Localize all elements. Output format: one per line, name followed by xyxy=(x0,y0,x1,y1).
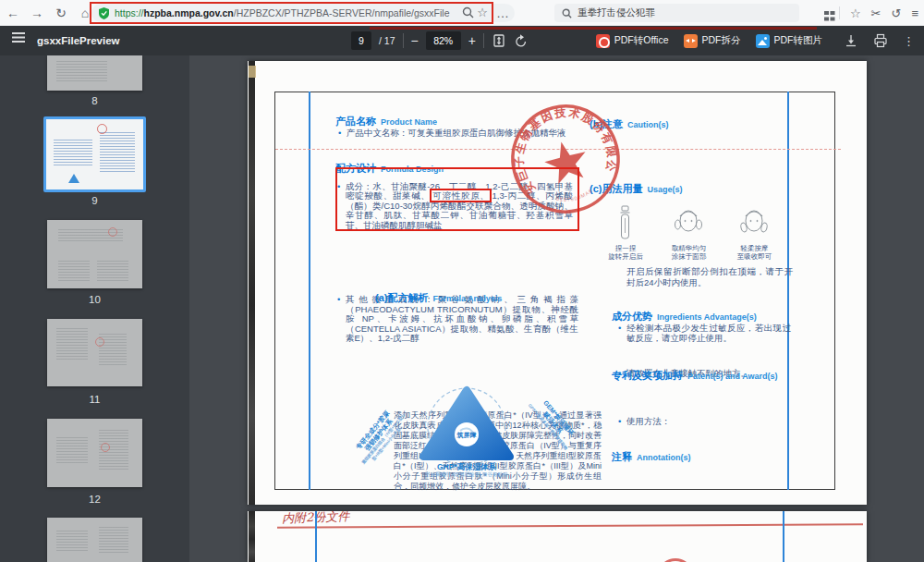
thumbnail-triangle-logo xyxy=(68,174,79,183)
pdf-split-icon xyxy=(684,34,698,48)
usage-step2-caption: 取精华均匀涂抹于面部 xyxy=(663,244,714,261)
undo-history-icon[interactable]: ↺ xyxy=(892,6,902,20)
back-icon[interactable]: ← xyxy=(4,0,22,26)
reload-icon[interactable]: ↻ xyxy=(52,0,70,26)
svg-text:西安巨子生物基因技术股份有限公司: 西安巨子生物基因技术股份有限公司 xyxy=(496,90,624,203)
scan-edge-artifact xyxy=(249,511,255,562)
fold-line-left xyxy=(315,511,317,562)
page-total: / 17 xyxy=(379,35,395,46)
fold-line-right xyxy=(787,92,789,490)
secure-shield-icon xyxy=(99,7,109,19)
thumbnail-label-8: 8 xyxy=(0,95,189,106)
face-apply-illustration xyxy=(675,205,702,240)
toolbar-divider xyxy=(483,33,484,48)
pdf-to-office-button[interactable]: PDF转Office xyxy=(596,34,669,48)
advantage-header-cn: 成分优势 xyxy=(612,311,652,322)
zoom-in-button[interactable]: + xyxy=(468,33,476,48)
fold-line-left xyxy=(309,92,310,490)
url-text[interactable]: https://hzpba.nmpa.gov.cn/HZPBZCX/PTHZPB… xyxy=(115,7,450,18)
product-name-header-cn: 产品名称 xyxy=(335,116,376,127)
zoom-level[interactable]: 82% xyxy=(426,31,461,50)
scan-corner-mark xyxy=(249,66,256,78)
viewer-title: gsxxFilePreview xyxy=(37,35,120,46)
section-product-name: 产品名称Product Name xyxy=(335,112,437,128)
red-pen-line xyxy=(277,523,863,528)
annotation-header-en: Annotation(s) xyxy=(637,453,691,462)
address-bar[interactable]: https://hzpba.nmpa.gov.cn/HZPBZCX/PTHZPB… xyxy=(91,4,515,22)
section-formula-analysis: (a)配方解析Formula Analysis xyxy=(375,288,502,305)
thumbnail-page-11[interactable] xyxy=(47,319,142,386)
apps-grid-icon[interactable] xyxy=(824,11,829,16)
rotate-page-icon[interactable] xyxy=(514,33,529,48)
section-patents: 专利及奖项加持Patent(s) and Award(s) xyxy=(612,366,778,383)
section-formula-design: 配方设计Formula Design xyxy=(335,159,444,176)
screen: 8 9 10 11 12 产品名称Produ xyxy=(0,0,924,562)
usage-header-en: Usage(s) xyxy=(647,185,682,194)
red-line-annotation xyxy=(370,27,817,30)
thumbnail-label-12: 12 xyxy=(0,494,189,505)
pdf-page-9: 产品名称Product Name 产品中文名称：可复美重组胶原蛋白肌御修护次抛精… xyxy=(248,61,867,505)
triangle-bottom-sub: 甘油葡糖苷+透明质酸钠+聚谷氨酸钠 xyxy=(383,472,550,478)
thumbnail-page-8[interactable] xyxy=(47,55,142,91)
analysis-header-cn: (a)配方解析 xyxy=(375,292,428,303)
browser-toolbar: ← → ↻ ⌂ AI https://hzpba.nmpa.gov.cn/HZP… xyxy=(0,0,924,26)
thumbnail-label-11: 11 xyxy=(0,394,189,405)
section-annotation: 注释Annotation(s) xyxy=(612,447,691,464)
search-text[interactable]: 重拳打击侵公犯罪 xyxy=(578,6,655,19)
patent-header-cn: 专利及奖项加持 xyxy=(612,370,683,381)
pdf-to-image-icon xyxy=(756,34,770,48)
thumbnail-page-13[interactable] xyxy=(47,518,142,562)
stamp-star xyxy=(541,137,591,186)
company-stamp: 西安巨子生物基因技术股份有限公司 6107000MA6 xyxy=(496,90,635,228)
face-massage-illustration xyxy=(740,205,768,240)
product-name-header-en: Product Name xyxy=(381,117,437,127)
search-icon xyxy=(562,8,572,18)
formula-header-cn: 配方设计 xyxy=(335,163,376,174)
brand-triangle-diagram: 筑屏障 xyxy=(395,385,539,464)
pdf-to-office-icon xyxy=(596,34,610,48)
quick-search-box[interactable]: 重拳打击侵公犯罪 xyxy=(554,4,799,22)
analysis-header-en: Formula Analysis xyxy=(432,294,502,303)
advantage-header-en: Ingredients Advantage(s) xyxy=(657,312,757,322)
pdf-page-10-partial: 内附2份文件 xyxy=(248,511,867,562)
favorites-star-icon[interactable]: ☆ xyxy=(850,6,861,20)
bookmark-star-icon[interactable]: ☆ xyxy=(473,0,492,26)
address-more-icon[interactable]: … xyxy=(493,0,512,26)
thumbnail-page-12[interactable] xyxy=(47,419,142,487)
more-options-icon[interactable]: ⋮ xyxy=(903,34,915,48)
pdf-viewer-toolbar: gsxxFilePreview 9 / 17 − 82% + PDF转Offic… xyxy=(0,26,924,55)
page-number-input[interactable]: 9 xyxy=(351,31,371,50)
scan-edge-artifact xyxy=(249,61,255,505)
pdf-split-button[interactable]: PDF拆分 xyxy=(684,34,741,48)
toolbar-divider xyxy=(403,33,404,48)
stamp-partial xyxy=(657,558,694,562)
download-icon[interactable] xyxy=(844,33,858,48)
toolbar-divider xyxy=(839,6,840,19)
annotation-header-cn: 注释 xyxy=(612,451,632,462)
section-ingredients-advantage: 成分优势Ingredients Advantage(s) xyxy=(612,307,757,324)
formula-header-en: Formula Design xyxy=(381,165,444,174)
usage-note: 开启后保留折断部分倒扣在顶端，请于开封后24小时内使用。 xyxy=(626,266,793,287)
fold-line-right xyxy=(783,511,784,562)
usage-step3-caption: 轻柔按摩至吸收即可 xyxy=(729,244,780,261)
thumbnail-page-10[interactable] xyxy=(47,220,142,288)
caution-item-1: 经检测本品极少发生过敏反应，若出现过敏反应，请立即停止使用。 xyxy=(626,323,791,344)
zoom-out-button[interactable]: − xyxy=(411,33,419,48)
browser-actions: ☆ ✂ ↺ ≡ xyxy=(824,0,918,26)
usage-step1-caption: 捏一捏旋转开启后 xyxy=(602,244,649,261)
usage-method-label: 使用方法： xyxy=(626,417,791,427)
stamp-code: 6107000MA6 xyxy=(554,187,595,205)
browser-menu-icon[interactable]: ≡ xyxy=(911,6,918,20)
thumbnail-page-9-selected[interactable] xyxy=(43,116,146,192)
thumbnail-label-10: 10 xyxy=(0,294,189,305)
triangle-center-label: 筑屏障 xyxy=(456,432,477,439)
pdf-to-image-button[interactable]: PDF转图片 xyxy=(756,34,823,48)
thumbnail-label-9: 9 xyxy=(0,195,189,206)
svg-text:6107000MA6: 6107000MA6 xyxy=(554,187,595,205)
patent-header-en: Patent(s) and Award(s) xyxy=(687,372,778,381)
print-icon[interactable] xyxy=(873,33,888,48)
forward-icon[interactable]: → xyxy=(28,0,46,26)
fit-page-icon[interactable] xyxy=(492,33,506,48)
scissors-capture-icon[interactable]: ✂ xyxy=(871,6,881,20)
stamp-company-name: 西安巨子生物基因技术股份有限公司 xyxy=(496,90,624,203)
